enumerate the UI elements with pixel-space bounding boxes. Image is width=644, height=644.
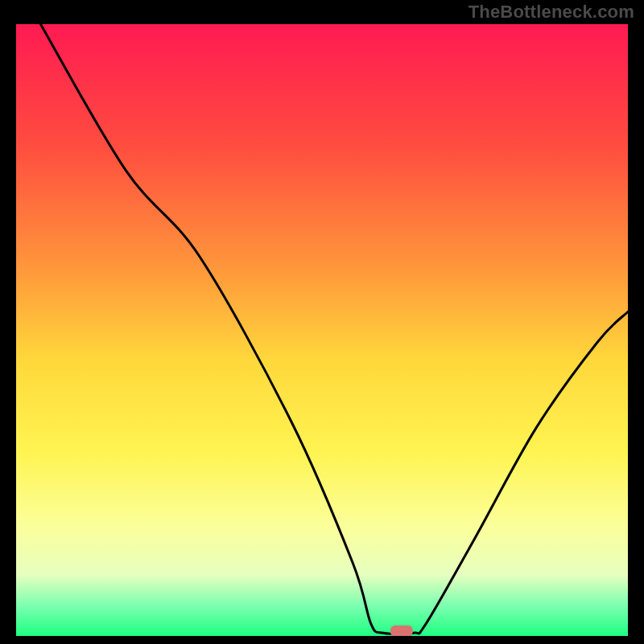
watermark-text: TheBottleneck.com	[469, 2, 634, 23]
optimal-marker	[390, 625, 413, 636]
gradient-background	[16, 24, 628, 636]
chart-svg	[16, 24, 628, 636]
chart-stage: TheBottleneck.com	[0, 0, 644, 644]
plot-area	[16, 24, 628, 636]
